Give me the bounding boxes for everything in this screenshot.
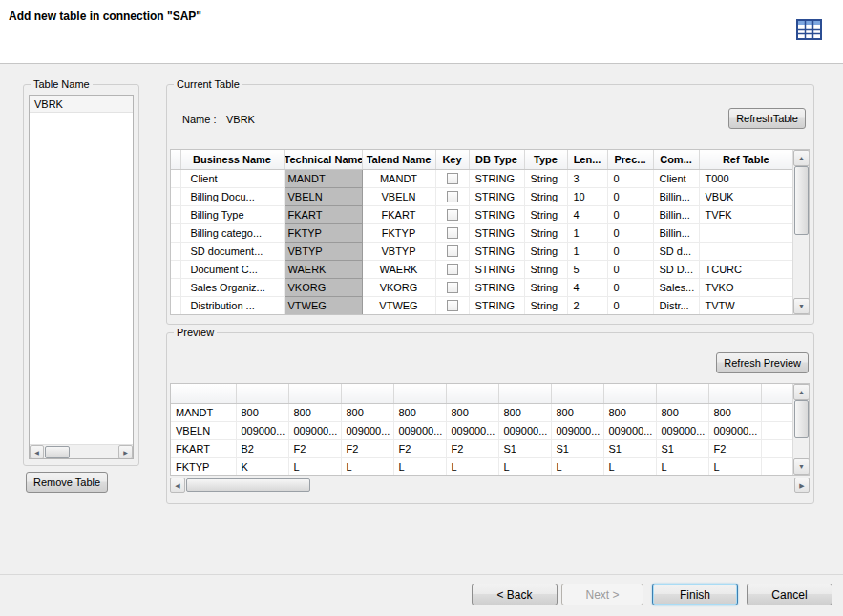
key-cell[interactable] — [435, 169, 469, 187]
precision-cell[interactable]: 0 — [607, 205, 653, 223]
business-name-cell[interactable]: Distribution ... — [180, 296, 284, 314]
cancel-button[interactable]: Cancel — [747, 584, 832, 605]
column-header-key[interactable]: Key — [435, 150, 469, 169]
table-list-hscrollbar[interactable]: ◀ ▶ — [30, 444, 133, 458]
business-name-cell[interactable]: Billing catego... — [180, 223, 284, 242]
scroll-up-icon[interactable]: ▲ — [793, 384, 810, 400]
scroll-left-icon[interactable]: ◀ — [170, 478, 185, 493]
comment-cell[interactable]: SD d... — [653, 242, 699, 260]
comment-cell[interactable]: Distr... — [653, 296, 699, 314]
column-header-type[interactable]: Type — [524, 150, 567, 169]
back-button[interactable]: < Back — [472, 584, 558, 605]
scrollbar-thumb[interactable] — [794, 400, 809, 438]
schema-row[interactable]: Sales Organiz...VKORGVKORGSTRINGString40… — [171, 278, 793, 296]
scroll-left-icon[interactable]: ◀ — [30, 445, 44, 459]
row-selector[interactable] — [171, 187, 180, 205]
column-header-comment[interactable]: Com... — [653, 150, 699, 169]
type-cell[interactable]: String — [524, 169, 567, 187]
type-cell[interactable]: String — [524, 223, 567, 242]
list-item-table[interactable]: VBRK — [30, 96, 133, 113]
comment-cell[interactable]: Sales... — [653, 278, 699, 296]
type-cell[interactable]: String — [524, 187, 567, 205]
length-cell[interactable]: 5 — [567, 260, 607, 278]
business-name-cell[interactable]: Billing Type — [180, 205, 284, 223]
key-checkbox[interactable] — [447, 282, 458, 293]
refresh-preview-button[interactable]: Refresh Preview — [716, 352, 809, 373]
ref-table-cell[interactable]: TCURC — [699, 260, 793, 278]
technical-name-cell[interactable]: WAERK — [284, 260, 362, 278]
preview-column-header[interactable] — [708, 384, 761, 403]
db-type-cell[interactable]: STRING — [469, 223, 524, 242]
precision-cell[interactable]: 0 — [607, 223, 653, 242]
business-name-cell[interactable]: Billing Docu... — [180, 187, 284, 205]
row-selector[interactable] — [171, 296, 180, 314]
ref-table-cell[interactable]: TVKO — [699, 278, 793, 296]
preview-column-header[interactable] — [393, 384, 446, 403]
type-cell[interactable]: String — [524, 205, 567, 223]
comment-cell[interactable]: Client — [653, 169, 699, 187]
scroll-down-icon[interactable]: ▼ — [793, 458, 810, 475]
technical-name-cell[interactable]: MANDT — [284, 169, 362, 187]
scroll-right-icon[interactable]: ▶ — [794, 478, 810, 493]
key-checkbox[interactable] — [447, 300, 458, 311]
business-name-cell[interactable]: SD document... — [180, 242, 284, 260]
scroll-down-icon[interactable]: ▼ — [793, 298, 810, 314]
row-selector[interactable] — [171, 205, 180, 223]
key-cell[interactable] — [435, 205, 469, 223]
column-header-ref-table[interactable]: Ref Table — [699, 150, 793, 169]
column-header-business-name[interactable]: Business Name — [180, 150, 284, 169]
key-checkbox[interactable] — [447, 264, 458, 275]
comment-cell[interactable]: Billin... — [653, 205, 699, 223]
technical-name-cell[interactable]: FKTYP — [284, 223, 362, 242]
preview-column-header[interactable] — [288, 384, 341, 403]
refresh-table-button[interactable]: RefreshTable — [728, 108, 806, 129]
preview-column-header[interactable] — [446, 384, 498, 403]
type-cell[interactable]: String — [524, 242, 567, 260]
schema-row[interactable]: Billing catego...FKTYPFKTYPSTRINGString1… — [171, 223, 793, 242]
key-checkbox[interactable] — [447, 227, 458, 239]
column-header-technical-name[interactable]: Technical Name — [284, 150, 362, 169]
ref-table-cell[interactable]: TVFK — [699, 205, 793, 223]
preview-column-header[interactable] — [603, 384, 656, 403]
row-selector[interactable] — [171, 260, 180, 278]
schema-row[interactable]: Document C...WAERKWAERKSTRINGString50SD … — [171, 260, 793, 278]
business-name-cell[interactable]: Sales Organiz... — [180, 278, 284, 296]
precision-cell[interactable]: 0 — [607, 296, 653, 314]
business-name-cell[interactable]: Client — [180, 169, 284, 187]
technical-name-cell[interactable]: VBELN — [284, 187, 362, 205]
talend-name-cell[interactable]: VTWEG — [362, 296, 435, 314]
ref-table-cell[interactable] — [699, 242, 793, 260]
key-checkbox[interactable] — [447, 191, 458, 202]
technical-name-cell[interactable]: VTWEG — [284, 296, 362, 314]
db-type-cell[interactable]: STRING — [469, 296, 524, 314]
technical-name-cell[interactable]: VKORG — [284, 278, 362, 296]
length-cell[interactable]: 2 — [567, 296, 607, 314]
db-type-cell[interactable]: STRING — [469, 278, 524, 296]
key-cell[interactable] — [435, 260, 469, 278]
scrollbar-thumb[interactable] — [186, 478, 310, 492]
db-type-cell[interactable]: STRING — [469, 169, 524, 187]
remove-table-button[interactable]: Remove Table — [26, 472, 108, 493]
table-name-list[interactable]: VBRK ◀ ▶ — [29, 95, 134, 459]
finish-button[interactable]: Finish — [652, 584, 738, 605]
talend-name-cell[interactable]: FKART — [362, 205, 435, 223]
talend-name-cell[interactable]: WAERK — [362, 260, 435, 278]
comment-cell[interactable]: Billin... — [653, 187, 699, 205]
schema-row[interactable]: ClientMANDTMANDTSTRINGString30ClientT000 — [171, 169, 793, 187]
row-selector[interactable] — [171, 223, 180, 242]
preview-column-header[interactable] — [236, 384, 288, 403]
length-cell[interactable]: 10 — [567, 187, 607, 205]
ref-table-cell[interactable]: T000 — [699, 169, 793, 187]
length-cell[interactable]: 1 — [567, 242, 607, 260]
schema-table-vscrollbar[interactable]: ▲ ▼ — [792, 150, 809, 314]
length-cell[interactable]: 1 — [567, 223, 607, 242]
row-selector[interactable] — [171, 169, 180, 187]
talend-name-cell[interactable]: VBELN — [362, 187, 435, 205]
preview-column-header[interactable] — [341, 384, 393, 403]
key-cell[interactable] — [435, 296, 469, 314]
key-cell[interactable] — [435, 223, 469, 242]
precision-cell[interactable]: 0 — [607, 278, 653, 296]
key-checkbox[interactable] — [447, 245, 458, 257]
column-header-db-type[interactable]: DB Type — [469, 150, 524, 169]
row-selector[interactable] — [171, 242, 180, 260]
